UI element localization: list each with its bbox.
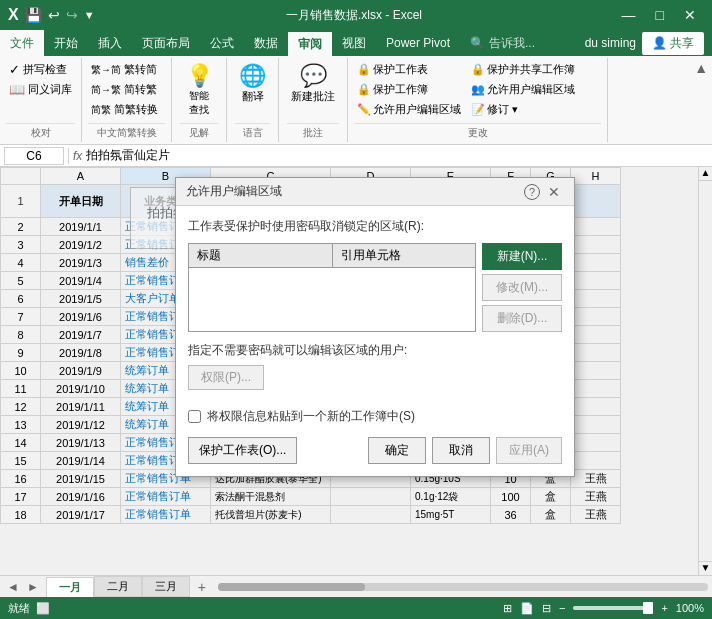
ribbon-group-insights: 💡 智能查找 见解	[172, 58, 227, 142]
view-normal-icon[interactable]: ⊞	[503, 602, 512, 615]
dialog-titlebar: 允许用户编辑区域 ? ✕	[176, 178, 574, 206]
ribbon-group-label-changes: 更改	[354, 123, 601, 140]
record-macro-icon[interactable]: ⬜	[36, 602, 50, 615]
tab-home[interactable]: 开始	[44, 30, 88, 56]
allow-user-edit-button[interactable]: 👥允许用户编辑区域	[468, 80, 578, 99]
undo-icon[interactable]: ↩	[48, 7, 60, 23]
status-ready: 就绪 ⬜	[8, 601, 50, 616]
cell-reference-box[interactable]: C6	[4, 147, 64, 165]
simplified-traditional-button[interactable]: 简→繁简转繁	[88, 80, 165, 99]
dialog-close-button[interactable]: ✕	[544, 184, 564, 200]
maximize-button[interactable]: □	[648, 5, 672, 25]
ribbon-group-label-chinese: 中文简繁转换	[88, 123, 165, 140]
ribbon-group-chinese: 繁→简繁转简 简→繁简转繁 简繁简繁转换 中文简繁转换	[82, 58, 172, 142]
smart-lookup-button[interactable]: 💡 智能查找	[182, 60, 217, 120]
zoom-level: 100%	[676, 602, 704, 614]
tab-formula[interactable]: 公式	[200, 30, 244, 56]
dialog-overlay: 拍拍氛雷仙定片 允许用户编辑区域 ? ✕ 工作表受保护时使用密码取消锁定的区域(…	[0, 167, 712, 597]
tab-view[interactable]: 视图	[332, 30, 376, 56]
redo-icon[interactable]: ↪	[66, 7, 78, 23]
tab-insert[interactable]: 插入	[88, 30, 132, 56]
allow-edit-ranges-button[interactable]: ✏️允许用户编辑区域	[354, 100, 464, 119]
tab-data[interactable]: 数据	[244, 30, 288, 56]
traditional-simplified-button[interactable]: 繁→简繁转简	[88, 60, 165, 79]
table-col-title: 标题	[189, 244, 333, 267]
formula-icon: fx	[73, 149, 82, 163]
tab-review[interactable]: 审阅	[288, 30, 332, 56]
delete-range-button[interactable]: 删除(D)...	[482, 305, 562, 332]
permissions-label: 指定不需要密码就可以编辑该区域的用户:	[188, 342, 562, 359]
ribbon-group-proofing: ✓拼写检查 📖同义词库 校对	[0, 58, 82, 142]
ribbon-group-label-comments: 批注	[287, 123, 339, 140]
formula-separator	[68, 148, 69, 164]
excel-logo-icon: X	[8, 6, 19, 24]
apply-button[interactable]: 应用(A)	[496, 437, 562, 464]
close-button[interactable]: ✕	[676, 5, 704, 25]
new-comment-button[interactable]: 💬 新建批注	[287, 60, 339, 107]
ranges-table: 标题 引用单元格	[188, 243, 476, 332]
tab-page-layout[interactable]: 页面布局	[132, 30, 200, 56]
zoom-in-icon[interactable]: +	[661, 602, 667, 614]
protect-sheet-dialog-button[interactable]: 保护工作表(O)...	[188, 437, 297, 464]
zoom-out-icon[interactable]: −	[559, 602, 565, 614]
thesaurus-button[interactable]: 📖同义词库	[6, 80, 75, 99]
allow-edit-dialog: 允许用户编辑区域 ? ✕ 工作表受保护时使用密码取消锁定的区域(R): 标题 引…	[175, 177, 575, 477]
user-name: du siming	[585, 36, 636, 50]
protect-share-workbook-button[interactable]: 🔒保护并共享工作簿	[468, 60, 578, 79]
translate-button[interactable]: 🌐 翻译	[235, 60, 270, 107]
tell-me-input[interactable]: 🔍告诉我...	[460, 30, 545, 56]
ribbon-collapse-button[interactable]: ▲	[690, 58, 712, 78]
paste-permissions-label: 将权限信息粘贴到一个新的工作簿中(S)	[207, 408, 415, 425]
dialog-description: 工作表受保护时使用密码取消锁定的区域(R):	[188, 218, 562, 235]
spell-check-button[interactable]: ✓拼写检查	[6, 60, 75, 79]
share-button[interactable]: 👤共享	[642, 32, 704, 55]
ribbon-group-changes: 🔒保护工作表 🔒保护工作簿 ✏️允许用户编辑区域 🔒保护并共享工作簿 👥允许用户…	[348, 58, 608, 142]
ribbon-group-language: 🌐 翻译 语言	[227, 58, 279, 142]
tab-file[interactable]: 文件	[0, 30, 44, 56]
conversion-button[interactable]: 简繁简繁转换	[88, 100, 165, 119]
view-page-layout-icon[interactable]: 📄	[520, 602, 534, 615]
title-bar-text: 一月销售数据.xlsx - Excel	[286, 7, 422, 24]
permissions-button[interactable]: 权限(P)...	[188, 365, 264, 390]
cancel-button[interactable]: 取消	[432, 437, 490, 464]
formula-content: 拍拍氛雷仙定片	[86, 147, 708, 164]
tab-power-pivot[interactable]: Power Pivot	[376, 30, 460, 56]
paste-permissions-checkbox[interactable]	[188, 410, 201, 423]
ribbon-group-label-language: 语言	[235, 123, 270, 140]
dialog-title-text: 允许用户编辑区域	[186, 183, 282, 200]
dialog-help-button[interactable]: ?	[524, 184, 540, 200]
ribbon-group-label-proofing: 校对	[6, 123, 75, 140]
zoom-slider[interactable]	[573, 606, 653, 610]
track-changes-button[interactable]: 📝修订 ▾	[468, 100, 578, 119]
protect-workbook-button[interactable]: 🔒保护工作簿	[354, 80, 464, 99]
protect-sheet-button[interactable]: 🔒保护工作表	[354, 60, 464, 79]
table-col-ref: 引用单元格	[333, 244, 476, 267]
ribbon-group-comments: 💬 新建批注 批注	[279, 58, 348, 142]
ribbon-group-label-insights: 见解	[180, 123, 218, 140]
customize-icon[interactable]: ▼	[84, 9, 95, 21]
new-range-button[interactable]: 新建(N)...	[482, 243, 562, 270]
view-page-break-icon[interactable]: ⊟	[542, 602, 551, 615]
modify-range-button[interactable]: 修改(M)...	[482, 274, 562, 301]
minimize-button[interactable]: —	[614, 5, 644, 25]
save-icon[interactable]: 💾	[25, 7, 42, 23]
ok-button[interactable]: 确定	[368, 437, 426, 464]
